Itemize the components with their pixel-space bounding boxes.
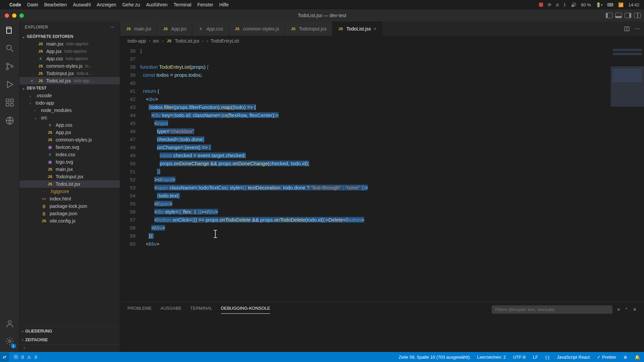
menu-view[interactable]: Anzeigen (97, 2, 116, 7)
source-control-icon[interactable] (5, 62, 14, 72)
file-item[interactable]: {}package-lock.json (19, 202, 120, 210)
warnings-count[interactable]: 0 (35, 355, 37, 360)
remote-explorer-icon[interactable] (5, 116, 14, 127)
toggle-secondary-sidebar-icon[interactable] (625, 13, 631, 18)
code-line[interactable]: <div style={{ flex: 1 }}></div> (140, 208, 610, 216)
minimap-viewport[interactable] (611, 66, 644, 107)
file-item[interactable]: JScommon-styles.js (19, 136, 120, 143)
timeline-header[interactable]: › ZEITACHSE (19, 336, 120, 344)
explorer-icon[interactable] (5, 25, 14, 36)
remote-indicator-icon[interactable]: ⇄ (0, 353, 9, 362)
menu-file[interactable]: Datei (27, 2, 38, 7)
display-icon[interactable]: ⎚ (556, 2, 559, 7)
code-line[interactable]: checked={todo.done} (140, 135, 610, 143)
breadcrumb-segment[interactable]: src (153, 38, 159, 44)
code-line[interactable]: </span> (140, 200, 610, 208)
debug-console-body[interactable] (120, 314, 644, 352)
app-name[interactable]: Code (9, 2, 21, 7)
file-item[interactable]: ▣favicon.svg (19, 143, 120, 151)
code-line[interactable]: {todos.filter(props.filterFunction).map(… (140, 103, 610, 111)
code-line[interactable]: type="checkbox" (140, 127, 610, 135)
outline-header[interactable]: › GLIEDERUNG (19, 327, 120, 336)
extensions-icon[interactable] (5, 98, 14, 109)
editor-tab[interactable]: JSTodoList.jsx× (332, 21, 382, 36)
panel-tab-problems[interactable]: PROBLEME (127, 306, 152, 313)
code-line[interactable]: ))} (140, 232, 610, 240)
editor-tab[interactable]: JScommon-styles.js (229, 21, 285, 36)
cursor-position[interactable]: Zeile 59, Spalte 10 (703 ausgewählt) (399, 355, 470, 360)
code-line[interactable]: <input (140, 119, 610, 127)
file-item[interactable]: JSTodoList.jsx (19, 180, 120, 188)
prettier-status[interactable]: ✓ Prettier (597, 355, 616, 360)
breadcrumb-collapsed-indicator[interactable]: › (19, 344, 120, 352)
editor-tab[interactable]: JSmain.jsx (120, 21, 157, 36)
file-item[interactable]: #index.css (19, 151, 120, 158)
indent-info[interactable]: Leerzeichen: 2 (477, 355, 506, 360)
code-line[interactable]: onChange={(event) => { (140, 143, 610, 152)
close-tab-icon[interactable]: × (374, 26, 376, 32)
errors-icon[interactable]: ⓧ (14, 354, 18, 360)
file-item[interactable]: ▣logo.svg (19, 158, 120, 166)
code-line[interactable]: }} (140, 168, 610, 176)
code-line[interactable]: <span className={todoTextCss} style={{ t… (140, 184, 610, 192)
open-editor-item[interactable]: JSmain.jsxtodo-app/src (19, 40, 120, 48)
breadcrumb-segment[interactable]: todo-app (127, 38, 146, 44)
file-item[interactable]: JSApp.jsx (19, 129, 120, 136)
project-header[interactable]: ⌄ DEV-TEST (19, 84, 120, 92)
battery-icon[interactable]: 🔋▪ (596, 2, 603, 7)
close-editor-icon[interactable]: × (29, 78, 35, 83)
folder-item[interactable]: ⌄todo-app (19, 99, 120, 107)
toggle-primary-sidebar-icon[interactable] (606, 13, 612, 18)
clock[interactable]: 14:42 (628, 2, 639, 7)
open-editor-item[interactable]: JScommon-styles.jsto… (19, 62, 120, 70)
code-line[interactable] (140, 55, 610, 63)
file-item[interactable]: JSvite.config.js (19, 217, 120, 225)
file-item[interactable]: {}package.json (19, 210, 120, 217)
menu-terminal[interactable]: Terminal (173, 2, 191, 7)
cloud-sync-icon[interactable]: ⟳ (548, 2, 551, 7)
code-line[interactable]: <button onClick={() => props.onTodoDelet… (140, 216, 610, 224)
minimap[interactable] (610, 46, 644, 302)
file-item[interactable]: #App.css (19, 121, 120, 129)
tab-more-icon[interactable]: ⋯ (635, 25, 640, 32)
code-line[interactable]: } (140, 47, 610, 55)
panel-tab-output[interactable]: AUSGABE (160, 306, 181, 313)
code-line[interactable]: <div> (140, 95, 610, 103)
eol-info[interactable]: LF (533, 355, 538, 360)
code-line[interactable]: </div> (140, 240, 610, 248)
bluetooth-icon[interactable]: ᛒ (564, 2, 566, 7)
notifications-icon[interactable]: 🔔 (635, 355, 640, 360)
editor-tab[interactable]: JSTodoInput.jsx (285, 21, 332, 36)
open-editor-item[interactable]: #App.csstodo-app/src (19, 55, 120, 62)
code-line[interactable]: </div> (140, 224, 610, 232)
open-editor-item[interactable]: JSApp.jsxtodo-app/src (19, 48, 120, 55)
panel-tab-terminal[interactable]: TERMINAL (190, 306, 212, 313)
open-editor-item[interactable]: ×JSTodoList.jsxtodo-app… (19, 77, 120, 84)
search-icon[interactable] (5, 44, 14, 54)
code-line[interactable]: function TodoEntryList(props) { (140, 63, 610, 71)
split-editor-icon[interactable] (624, 26, 630, 32)
code-editor[interactable]: }function TodoEntryList(props) { const t… (140, 46, 610, 302)
file-item[interactable]: JSTodoInput.jsx (19, 173, 120, 180)
code-line[interactable]: const checked = event.target.checked; (140, 152, 610, 160)
panel-chevron-up-icon[interactable]: ⌃ (625, 307, 628, 312)
recording-icon[interactable] (539, 3, 543, 7)
menu-help[interactable]: Hilfe (219, 2, 229, 7)
panel-close-icon[interactable]: ✕ (633, 307, 637, 312)
encoding-info[interactable]: UTF-8 (513, 355, 526, 360)
errors-count[interactable]: 0 (21, 355, 24, 360)
folder-item[interactable]: ›node_modules (19, 107, 120, 114)
menu-run[interactable]: Ausführen (146, 2, 168, 7)
keyboard-layout-icon[interactable]: ⌨ (607, 2, 613, 7)
code-line[interactable]: <div key={todo.id} className={cx(flexRow… (140, 111, 610, 119)
customize-layout-icon[interactable] (634, 13, 641, 18)
menu-edit[interactable]: Bearbeiten (44, 2, 67, 7)
panel-tab-debug-console[interactable]: DEBUGGING-KONSOLE (221, 306, 270, 314)
breadcrumbs[interactable]: todo-app›src›JSTodoList.jsx›▫TodoEntryLi… (120, 36, 644, 46)
code-line[interactable]: ></input> (140, 176, 610, 184)
folder-item[interactable]: ⌄.vscode (19, 92, 120, 99)
code-line[interactable]: return ( (140, 87, 610, 95)
breadcrumb-segment[interactable]: TodoEntryList (211, 38, 239, 44)
file-item[interactable]: ◦.hgignore (19, 188, 120, 195)
folder-item[interactable]: ⌄src (19, 114, 120, 121)
